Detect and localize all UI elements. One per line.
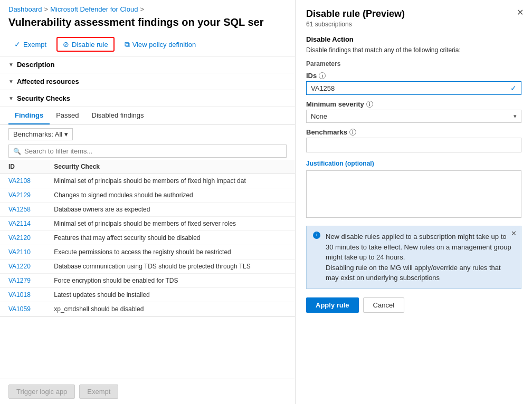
- info-box-close[interactable]: ✕: [511, 229, 517, 237]
- action-buttons: Apply rule Cancel: [306, 297, 521, 313]
- table-row[interactable]: VA2110 Execute permissions to access the…: [0, 245, 295, 259]
- min-severity-label: Minimum severity i: [306, 100, 521, 108]
- security-checks-header[interactable]: ▼ Security Checks: [0, 90, 295, 107]
- security-checks-chevron: ▼: [8, 95, 14, 101]
- breadcrumb-sep1: >: [44, 5, 49, 13]
- justification-textarea[interactable]: [306, 170, 521, 218]
- benchmarks-info-icon: i: [349, 129, 356, 136]
- row-id: VA1279: [0, 274, 45, 288]
- benchmarks-input-container[interactable]: [306, 138, 521, 152]
- row-id: VA1059: [0, 302, 45, 316]
- table-row[interactable]: VA1220 Database communication using TDS …: [0, 259, 295, 274]
- main-layout: Dashboard > Microsoft Defender for Cloud…: [0, 0, 532, 404]
- tab-findings[interactable]: Findings: [8, 107, 50, 124]
- col-security-check: Security Check: [45, 160, 295, 174]
- min-severity-info-icon: i: [366, 101, 373, 108]
- row-check: Latest updates should be installed: [45, 288, 295, 302]
- benchmarks-filter[interactable]: Benchmarks: All ▾: [8, 128, 73, 140]
- view-policy-button[interactable]: ⧉ View policy definition: [119, 37, 202, 52]
- row-check: Force encryption should be enabled for T…: [45, 274, 295, 288]
- row-check: Minimal set of principals should be memb…: [45, 217, 295, 231]
- col-id: ID: [0, 160, 45, 174]
- exempt-button[interactable]: ✓ Exempt: [8, 37, 52, 51]
- panel-description: Disable findings that match any of the f…: [306, 46, 521, 54]
- search-icon: 🔍: [13, 148, 21, 155]
- breadcrumb-dashboard[interactable]: Dashboard: [8, 5, 42, 13]
- search-input[interactable]: [24, 147, 282, 155]
- exempt-icon: ✓: [14, 40, 21, 49]
- ids-field-label: IDs i: [306, 72, 521, 80]
- row-check: Features that may affect security should…: [45, 231, 295, 245]
- description-label: Description: [17, 61, 55, 69]
- findings-table-container: ID Security Check VA2108 Minimal set of …: [0, 160, 295, 316]
- table-row[interactable]: VA2120 Features that may affect security…: [0, 231, 295, 245]
- breadcrumb-sep2: >: [140, 5, 144, 13]
- ids-input-container[interactable]: ✓: [306, 81, 521, 95]
- toolbar: ✓ Exempt ⊘ Disable rule ⧉ View policy de…: [0, 34, 295, 56]
- table-row[interactable]: VA1279 Force encryption should be enable…: [0, 274, 295, 288]
- page-title: Vulnerability assessment findings on you…: [0, 15, 295, 34]
- search-row: 🔍: [0, 142, 295, 160]
- table-row[interactable]: VA2129 Changes to signed modules should …: [0, 188, 295, 203]
- table-row[interactable]: VA1018 Latest updates should be installe…: [0, 288, 295, 302]
- justification-label: Justification (optional): [306, 160, 521, 167]
- info-box-icon: i: [313, 232, 320, 239]
- disable-rule-button[interactable]: ⊘ Disable rule: [56, 37, 115, 52]
- table-row[interactable]: VA2114 Minimal set of principals should …: [0, 217, 295, 231]
- ids-check-icon: ✓: [510, 84, 517, 92]
- description-chevron: ▼: [8, 62, 14, 68]
- row-id: VA1018: [0, 288, 45, 302]
- security-checks-label: Security Checks: [17, 94, 70, 102]
- row-id: VA1220: [0, 259, 45, 274]
- min-severity-dropdown[interactable]: None ▾: [306, 110, 521, 123]
- tab-disabled[interactable]: Disabled findings: [86, 107, 150, 124]
- exempt-bottom-button: Exempt: [79, 384, 118, 399]
- trigger-logic-app-button: Trigger logic app: [8, 384, 75, 399]
- row-check: Changes to signed modules should be auth…: [45, 188, 295, 203]
- benchmarks-filter-label: Benchmarks: All: [13, 130, 62, 138]
- benchmarks-label: Benchmarks i: [306, 128, 521, 136]
- min-severity-value: None: [311, 112, 514, 120]
- row-id: VA2108: [0, 174, 45, 188]
- affected-chevron: ▼: [8, 79, 14, 84]
- min-severity-arrow: ▾: [514, 113, 517, 120]
- panel-title: Disable rule (Preview): [306, 8, 521, 20]
- apply-rule-button[interactable]: Apply rule: [306, 297, 359, 313]
- search-box-container: 🔍: [8, 145, 287, 158]
- table-row[interactable]: VA2108 Minimal set of principals should …: [0, 174, 295, 188]
- panel-subtitle: 61 subscriptions: [306, 21, 521, 28]
- benchmarks-input[interactable]: [311, 140, 517, 148]
- table-row[interactable]: VA1059 xp_cmdshell should be disabled: [0, 302, 295, 316]
- row-id: VA2120: [0, 231, 45, 245]
- ids-input[interactable]: [311, 84, 510, 92]
- filter-row: Benchmarks: All ▾: [0, 125, 295, 142]
- row-check: xp_cmdshell should be disabled: [45, 302, 295, 316]
- row-id: VA2110: [0, 245, 45, 259]
- security-checks-section: ▼ Security Checks Findings Passed Disabl…: [0, 90, 295, 317]
- disable-rule-icon: ⊘: [63, 40, 69, 49]
- breadcrumb: Dashboard > Microsoft Defender for Cloud…: [0, 0, 295, 15]
- tabs-bar: Findings Passed Disabled findings: [0, 107, 295, 125]
- findings-table: ID Security Check VA2108 Minimal set of …: [0, 160, 295, 316]
- close-panel-button[interactable]: ✕: [517, 7, 524, 17]
- disable-rule-panel: ✕ Disable rule (Preview) 61 subscription…: [296, 0, 532, 404]
- cancel-button[interactable]: Cancel: [363, 297, 404, 313]
- table-row[interactable]: VA1258 Database owners are as expected: [0, 203, 295, 217]
- description-section[interactable]: ▼ Description: [0, 56, 295, 73]
- left-panel: Dashboard > Microsoft Defender for Cloud…: [0, 0, 296, 404]
- tab-passed[interactable]: Passed: [50, 107, 85, 124]
- row-check: Database communication using TDS should …: [45, 259, 295, 274]
- breadcrumb-defender[interactable]: Microsoft Defender for Cloud: [50, 5, 138, 13]
- info-box-text: New disable rules applied to a subscript…: [326, 232, 515, 283]
- ids-info-icon: i: [319, 72, 326, 79]
- view-policy-icon: ⧉: [125, 40, 130, 49]
- info-box: ✕ i New disable rules applied to a subsc…: [306, 226, 521, 289]
- row-check: Database owners are as expected: [45, 203, 295, 217]
- row-id: VA1258: [0, 203, 45, 217]
- affected-resources-section[interactable]: ▼ Affected resources: [0, 73, 295, 90]
- benchmarks-dropdown-arrow: ▾: [64, 130, 68, 138]
- bottom-action-bar: Trigger logic app Exempt: [0, 379, 296, 404]
- params-label: Parameters: [306, 60, 521, 68]
- row-id: VA2114: [0, 217, 45, 231]
- row-check: Execute permissions to access the regist…: [45, 245, 295, 259]
